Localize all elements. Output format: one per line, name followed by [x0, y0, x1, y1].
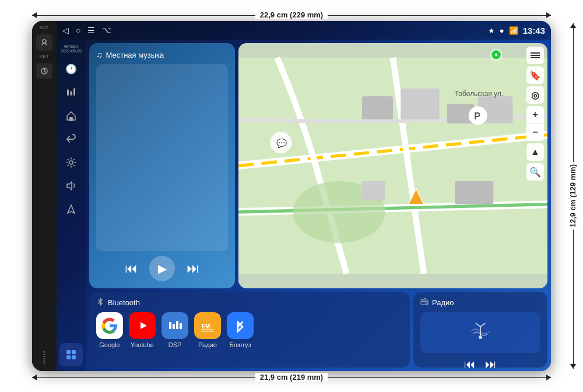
map-layers-btn[interactable]: ◎	[526, 86, 544, 104]
radio-controls: ⏮ ⏭	[420, 358, 540, 371]
center-panel: ♫ Местная музыка ⏮ ▶ ⏭	[86, 40, 551, 371]
sidebar-icon-nav[interactable]	[61, 199, 82, 220]
physical-btn-2[interactable]	[36, 63, 52, 79]
music-widget: ♫ Местная музыка ⏮ ▶ ⏭	[89, 43, 235, 288]
svg-rect-39	[176, 321, 178, 329]
music-title-row: ♫ Местная музыка	[96, 50, 228, 59]
app-dsp[interactable]: DSP	[161, 312, 188, 348]
music-title: Местная музыка	[106, 51, 164, 59]
dimension-bottom: 21,9 cm (219 mm)	[32, 373, 551, 382]
app-google[interactable]: Google	[96, 312, 123, 348]
map-compass-btn[interactable]: ▲	[526, 143, 544, 161]
back-nav-icon[interactable]: ◁	[62, 26, 69, 35]
mic-label: MIC	[40, 26, 49, 30]
svg-rect-2	[67, 90, 69, 96]
bluetooth-widget: Bluetooth	[89, 292, 410, 368]
sidebar-icon-home[interactable]	[61, 105, 82, 126]
svg-text:P: P	[474, 111, 480, 121]
music-note-icon: ♫	[96, 50, 103, 59]
dim-right-label: 12,9 cm (129 mm)	[568, 162, 577, 229]
wifi-status-icon: 📶	[509, 26, 518, 35]
bluetooth-header-icon	[96, 298, 104, 308]
rbt-label: RBT	[40, 54, 50, 58]
dimension-right: 12,9 cm (129 mm)	[568, 23, 577, 369]
google-label: Google	[99, 341, 120, 348]
status-bar: ◁ ○ ☰ ⌥ ★ ● 📶 13:43	[57, 21, 551, 40]
svg-rect-45	[232, 317, 248, 334]
map-bookmark-btn[interactable]: 🔖	[526, 66, 544, 84]
svg-rect-49	[422, 301, 425, 302]
main-content: четверг 2022-06-09 🕐	[57, 40, 551, 371]
status-right-icons: ★ ● 📶 13:43	[488, 26, 545, 36]
music-next-btn[interactable]: ⏭	[187, 261, 199, 276]
svg-rect-3	[71, 91, 72, 96]
bluetooth-status-icon: ★	[488, 26, 495, 35]
map-menu-btn[interactable]	[526, 47, 544, 64]
sidebar-icon-back[interactable]	[61, 129, 82, 150]
svg-rect-17	[401, 89, 439, 119]
music-controls: ⏮ ▶ ⏭	[96, 256, 228, 281]
svg-line-52	[476, 323, 480, 327]
sidebar-icon-clock[interactable]: 🕐	[61, 59, 82, 80]
bt-icon	[227, 312, 254, 339]
map-svg: Шилкинская Тобольская ул. 💬 P	[238, 43, 547, 288]
svg-rect-10	[66, 350, 71, 354]
svg-rect-11	[72, 350, 76, 354]
svg-rect-8	[69, 117, 73, 121]
physical-left-strip: MIC RBT	[32, 21, 57, 371]
radio-app-label: Радио	[198, 341, 217, 348]
menu-nav-icon[interactable]: ☰	[87, 26, 95, 35]
radio-content	[420, 312, 540, 353]
physical-btn-1[interactable]	[36, 34, 52, 51]
top-row: ♫ Местная музыка ⏮ ▶ ⏭	[89, 43, 547, 288]
music-play-btn[interactable]: ▶	[149, 256, 175, 281]
sidebar-day: четверг	[61, 44, 82, 49]
map-search-btn[interactable]: 🔍	[526, 163, 544, 181]
youtube-icon	[129, 312, 156, 339]
home-nav-icon[interactable]: ○	[76, 26, 80, 35]
dsp-icon	[161, 312, 188, 339]
app-youtube[interactable]: Youtube	[129, 312, 156, 348]
svg-rect-4	[73, 89, 75, 96]
sidebar-icon-equalizer[interactable]	[61, 82, 82, 103]
youtube-label: Youtube	[131, 341, 154, 348]
svg-point-50	[479, 336, 482, 339]
svg-line-53	[480, 323, 485, 327]
map-widget[interactable]: Шилкинская Тобольская ул. 💬 P	[238, 43, 547, 288]
google-icon	[96, 312, 123, 339]
app-radio[interactable]: FM Радио	[194, 312, 221, 348]
svg-rect-16	[362, 96, 393, 119]
map-zoom-in-btn[interactable]: +	[526, 106, 544, 123]
svg-rect-20	[362, 181, 385, 200]
svg-rect-40	[180, 323, 182, 329]
svg-rect-37	[169, 322, 171, 329]
device: MIC RBT ◁ ○ ☰ ⌥	[32, 21, 551, 371]
nav-icons: ◁ ○ ☰ ⌥	[62, 26, 111, 35]
sidebar-icon-settings[interactable]	[61, 152, 82, 173]
location-status-icon: ●	[500, 26, 504, 35]
app-icons-row: Google	[96, 312, 403, 348]
map-zoom-out-btn[interactable]: −	[526, 123, 544, 141]
radio-antenna-icon	[420, 312, 540, 353]
svg-rect-38	[173, 324, 175, 329]
svg-rect-44	[201, 331, 214, 332]
svg-text:FM: FM	[202, 323, 210, 330]
dimension-top: 22,9 cm (229 mm)	[32, 10, 551, 19]
radio-header-icon	[420, 298, 429, 308]
sidebar-icon-apps[interactable]	[59, 343, 83, 366]
radio-prev-btn[interactable]: ⏮	[464, 358, 476, 371]
map-gps-marker	[490, 49, 502, 61]
bluetooth-app-label: Блютуз	[229, 341, 251, 348]
map-controls: 🔖 ◎ + − ▲ 🔍	[526, 47, 544, 181]
bluetooth-header: Bluetooth	[96, 298, 403, 308]
sidebar-date-val: 2022-06-09	[61, 49, 82, 54]
sidebar-icon-volume[interactable]	[61, 175, 82, 196]
music-prev-btn[interactable]: ⏮	[125, 261, 138, 276]
dim-top-label: 22,9 cm (229 mm)	[255, 10, 328, 19]
usb-nav-icon[interactable]: ⌥	[102, 26, 111, 35]
radio-next-btn[interactable]: ⏭	[485, 358, 497, 371]
app-bluetooth[interactable]: Блютуз	[227, 312, 254, 348]
svg-rect-12	[66, 355, 71, 359]
dim-bottom-label: 21,9 cm (219 mm)	[255, 373, 328, 382]
map-zoom-group: + −	[526, 106, 544, 141]
